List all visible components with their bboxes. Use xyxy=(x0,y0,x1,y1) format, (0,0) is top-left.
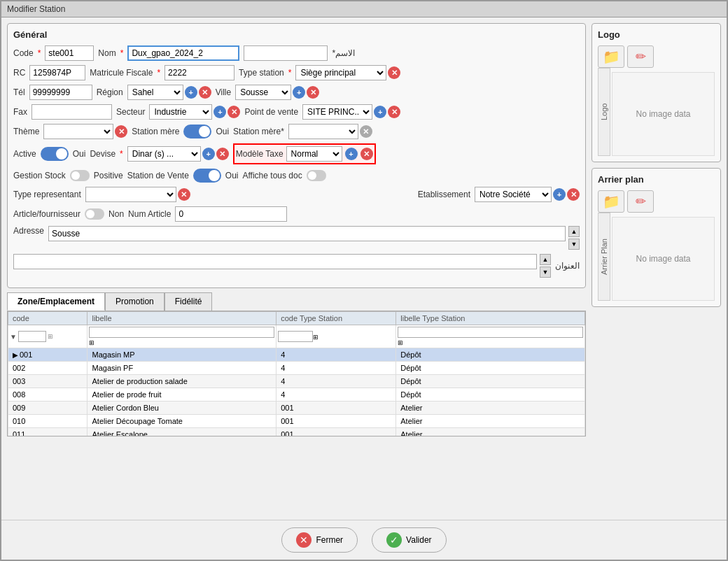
valider-button[interactable]: ✓ Valider xyxy=(372,527,446,553)
row-arrow: ▶ xyxy=(13,351,18,359)
ville-remove-btn[interactable]: ✕ xyxy=(307,86,319,99)
theme-select[interactable] xyxy=(43,124,113,139)
devise-select[interactable]: Dinar (s) ... xyxy=(127,146,201,162)
region-add-btn[interactable]: + xyxy=(185,86,197,99)
table-row[interactable]: 008Atelier de prode fruit4Dépôt xyxy=(8,388,585,402)
type-station-remove-btn[interactable]: ✕ xyxy=(388,66,400,79)
gestion-stock-value: Positive xyxy=(94,171,123,180)
tabs-container: Zone/Emplacement Promotion Fidélité code… xyxy=(7,292,586,436)
tab-fidelite[interactable]: Fidélité xyxy=(164,292,213,311)
adresse-arabic-label: العنوان xyxy=(555,261,580,271)
adresse-scroll-down[interactable]: ▼ xyxy=(568,239,580,250)
arriere-plan-no-image-text: No image data xyxy=(636,254,690,264)
active-toggle[interactable] xyxy=(41,147,69,161)
logo-image-area: No image data xyxy=(612,72,715,156)
station-vente-toggle[interactable] xyxy=(193,169,221,183)
type-rep-select[interactable] xyxy=(85,187,176,202)
theme-remove-btn[interactable]: ✕ xyxy=(115,125,127,138)
secteur-add-btn[interactable]: + xyxy=(214,106,226,118)
filter-libelle-type[interactable] xyxy=(398,327,583,338)
devise-remove-btn[interactable]: ✕ xyxy=(216,148,229,160)
table-row[interactable]: 009Atelier Cordon Bleu001Atelier xyxy=(8,402,585,415)
etablissement-select[interactable]: Notre Société xyxy=(475,187,552,202)
arriere-plan-erase-btn[interactable]: ✏ xyxy=(627,190,654,213)
region-remove-btn[interactable]: ✕ xyxy=(199,86,211,99)
filter-code-type[interactable] xyxy=(278,331,313,342)
rc-input[interactable] xyxy=(29,65,85,80)
arabic-name-input[interactable] xyxy=(244,45,328,61)
theme-wrapper: ✕ xyxy=(43,124,127,139)
point-vente-remove-btn[interactable]: ✕ xyxy=(388,106,400,118)
row-rc: RC Matricule Fiscale * Type station * Si… xyxy=(13,65,580,80)
station-vente-oui: Oui xyxy=(225,171,239,180)
type-rep-remove-btn[interactable]: ✕ xyxy=(178,188,190,201)
tel-input[interactable] xyxy=(29,85,92,100)
valider-label: Valider xyxy=(406,535,431,545)
secteur-remove-btn[interactable]: ✕ xyxy=(227,106,240,118)
station-mere-toggle[interactable] xyxy=(183,125,211,139)
affiche-toggle[interactable] xyxy=(307,170,326,181)
logo-erase-btn[interactable]: ✏ xyxy=(627,45,654,68)
arriere-plan-folder-btn[interactable]: 📁 xyxy=(598,190,624,213)
logo-section: Logo 📁 ✏ Logo No image data xyxy=(592,23,721,162)
station-mere2-select[interactable] xyxy=(288,124,358,139)
table-row[interactable]: ▶001Magasin MP4Dépôt xyxy=(8,348,585,362)
logo-buttons: 📁 ✏ xyxy=(598,45,715,68)
type-station-select[interactable]: Siège principal xyxy=(295,65,386,80)
adresse-arabic-scroll-down[interactable]: ▼ xyxy=(540,267,551,278)
filter-libelle[interactable] xyxy=(89,327,274,338)
matricule-input[interactable] xyxy=(164,65,234,80)
modele-taxe-remove-btn[interactable]: ✕ xyxy=(360,148,373,160)
point-vente-add-btn[interactable]: + xyxy=(374,106,386,118)
adresse-arabic-input[interactable] xyxy=(13,254,537,269)
etablissement-remove-btn[interactable]: ✕ xyxy=(567,188,580,201)
adresse-arabic-scroll-up[interactable]: ▲ xyxy=(540,254,551,265)
arriere-plan-image-area: No image data xyxy=(612,217,715,301)
table-row[interactable]: 011Atelier Escalope001Atelier xyxy=(8,428,585,437)
etablissement-add-btn[interactable]: + xyxy=(553,188,566,201)
nom-input[interactable] xyxy=(127,45,239,61)
tab-zone[interactable]: Zone/Emplacement xyxy=(7,292,105,311)
type-station-label: Type station xyxy=(239,68,284,78)
row-active: Active Oui Devise * Dinar (s) ... + ✕ xyxy=(13,143,580,164)
tel-label: Tél xyxy=(13,87,25,97)
secteur-select[interactable]: Industrie xyxy=(149,104,212,120)
logo-no-image-text: No image data xyxy=(636,109,690,119)
ville-add-btn[interactable]: + xyxy=(293,86,305,99)
point-vente-select[interactable]: SITE PRINC... xyxy=(302,104,372,120)
fermer-label: Fermer xyxy=(316,535,343,545)
station-mere-label: Station mère xyxy=(132,127,179,136)
ville-select[interactable]: Sousse xyxy=(235,85,291,100)
article-toggle[interactable] xyxy=(85,208,104,220)
station-mere2-remove-btn[interactable]: ✕ xyxy=(360,125,372,138)
table-row[interactable]: 003Atelier de production salade4Dépôt xyxy=(8,375,585,388)
rc-label: RC xyxy=(13,68,25,78)
logo-folder-btn[interactable]: 📁 xyxy=(598,45,624,68)
modele-taxe-label: Modèle Taxe xyxy=(236,149,284,159)
code-label: Code xyxy=(13,48,34,58)
table-row[interactable]: 010Atelier Découpage Tomate001Atelier xyxy=(8,415,585,428)
modele-taxe-select[interactable]: Normal xyxy=(286,146,342,162)
window-title: Modifier Station xyxy=(7,4,65,14)
row-type-rep: Type representant ✕ Etablissement Notre … xyxy=(13,187,580,202)
num-article-input[interactable] xyxy=(175,206,287,222)
gestion-stock-toggle[interactable] xyxy=(70,170,90,181)
right-panel: Logo 📁 ✏ Logo No image data xyxy=(592,23,721,514)
fermer-button[interactable]: ✕ Fermer xyxy=(281,527,358,553)
article-label: Article/fournisseur xyxy=(13,209,80,219)
table-row[interactable]: 002Magasin PF4Dépôt xyxy=(8,362,585,375)
adresse-scroll-up[interactable]: ▲ xyxy=(568,226,580,237)
logo-image-wrapper: Logo No image data xyxy=(598,68,715,156)
region-wrapper: Sahel + ✕ xyxy=(127,85,211,100)
adresse-input[interactable] xyxy=(48,226,566,241)
modele-taxe-add-btn[interactable]: + xyxy=(345,148,358,160)
fax-input[interactable] xyxy=(31,104,112,120)
devise-wrapper: Dinar (s) ... + ✕ xyxy=(127,146,229,162)
station-mere2-wrapper: ✕ xyxy=(288,124,372,139)
station-mere-oui: Oui xyxy=(216,127,229,136)
devise-add-btn[interactable]: + xyxy=(202,148,215,160)
tab-promotion[interactable]: Promotion xyxy=(105,292,164,311)
region-select[interactable]: Sahel xyxy=(127,85,183,100)
code-input[interactable] xyxy=(45,45,94,61)
filter-code[interactable] xyxy=(18,331,46,342)
